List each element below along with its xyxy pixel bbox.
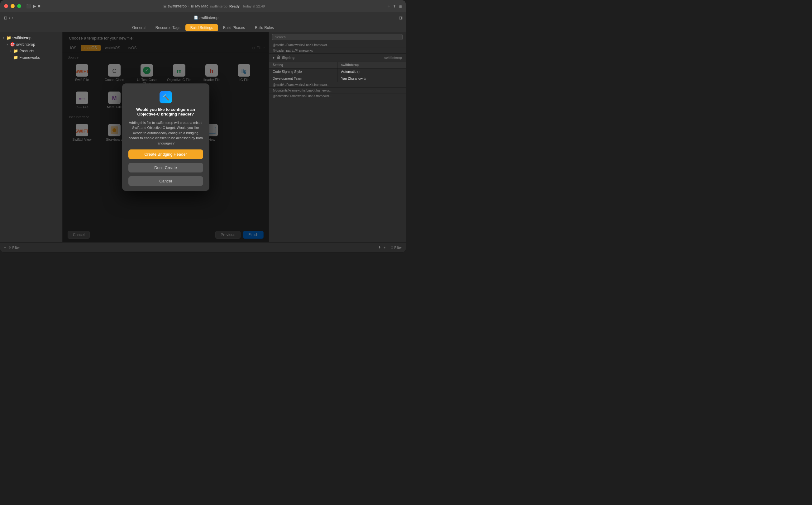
back-icon[interactable]: ‹ [9,16,10,20]
framework-path-5: @contents/Frameworks/LuaKit.framewor... [269,94,406,99]
framework-path-1: @rpath/../Frameworks/LuaKit.framewor... [269,42,406,48]
sidebar-item-swiftinterop-project[interactable]: ▾ 📁 swiftinterop [0,34,62,41]
framework-path-2: @loader_path/../Frameworks [269,48,406,53]
tab-resource-tags[interactable]: Resource Tags [150,24,185,31]
add-file-icon[interactable]: + [4,245,6,249]
close-button[interactable] [4,4,8,8]
right-panel: @rpath/../Frameworks/LuaKit.framewor... … [269,32,406,242]
dev-team-key: Development Team [269,75,337,82]
settings-content: @rpath/../Frameworks/LuaKit.framewor... … [269,42,406,242]
settings-headers: Setting swiftinterop [269,62,406,68]
forward-icon[interactable]: › [12,16,13,20]
add-setting-icon[interactable]: + [384,245,385,249]
target-label: swiftinterop [384,56,402,59]
signing-label: Signing [282,56,294,59]
tab-build-rules[interactable]: Build Rules [250,24,279,31]
chevron-signing-icon: ▾ [273,56,275,60]
sidebar: ▾ 📁 swiftinterop ▾ 🎯 swiftinterop › 📁 Pr… [0,32,62,242]
titlebar: ⬛ ▶ ■ 🏛 swiftinterop › 🖥 My Mac swiftint… [0,0,406,12]
sidebar-item-products[interactable]: › 📁 Products [0,48,62,54]
sidebar-label-products: Products [19,49,34,53]
minimize-button[interactable] [11,4,15,8]
framework-path-3: @rpath/../Frameworks/LuaKit.framewor... [269,82,406,88]
signing-icon: 🏛 [276,55,280,60]
dialog-cancel-button[interactable]: Cancel [128,176,203,186]
chevron-right-icon: › [10,49,11,53]
filter-status-icon: ⊙ [8,245,11,249]
dev-team-row: Development Team Yan Zhulanow ◇ [269,75,406,82]
chevron-down-icon-2: ▾ [7,43,8,46]
status-text: swiftinterop: Ready | Today at 22:49 [210,4,265,8]
col-header-setting: Setting [269,62,337,68]
maximize-button[interactable] [17,4,21,8]
sidebar-item-frameworks[interactable]: › 📁 Frameworks [0,54,62,61]
framework-path-4: @contents/Frameworks/LuaKit.framewor... [269,88,406,94]
xcode-icon: 🔨 [159,91,172,103]
dialog-title: Would you like to configure an Objective… [128,107,203,117]
svg-text:🔨: 🔨 [162,94,169,101]
code-signing-row: Code Signing Style Automatic ◇ [269,68,406,75]
main-window: ⬛ ▶ ■ 🏛 swiftinterop › 🖥 My Mac swiftint… [0,0,406,252]
sidebar-toggle-icon[interactable]: ⬛ [26,4,31,8]
left-panel-toggle[interactable]: ◧ [3,16,7,20]
dont-create-button[interactable]: Don't Create [128,163,203,172]
titlebar-center: 🏛 swiftinterop › 🖥 My Mac swiftinterop: … [43,4,385,8]
share-icon[interactable]: ⬆ [393,4,396,8]
folder-icon-products: 📁 [13,48,18,53]
play-icon[interactable]: ▶ [33,4,36,8]
stop-icon[interactable]: ■ [38,4,40,8]
tab-build-settings[interactable]: Build Settings [185,24,218,31]
code-signing-key: Code Signing Style [269,68,337,75]
chevron-right-icon-2: › [10,56,11,59]
dev-team-val[interactable]: Yan Zhulanow ◇ [337,75,406,82]
project-icon: 📁 [6,35,11,40]
filter-right-icon: ⊙ [391,245,393,249]
download-icon[interactable]: ⬇ [378,245,381,249]
col-header-target: swiftinterop [337,62,406,68]
toolbar2: ◧ ‹ › 📄 swiftinterop ◨ [0,12,406,23]
layout-icon[interactable]: ▦ [399,4,402,8]
overlay: 🔨 Would you like to configure an Objecti… [62,32,269,242]
sidebar-label-frameworks: Frameworks [19,55,40,60]
inspector-toggle[interactable]: ◨ [399,16,403,20]
signing-section: ▾ 🏛 Signing swiftinterop [269,53,406,62]
breadcrumb: 🏛 swiftinterop › 🖥 My Mac [163,4,209,8]
device-name: My Mac [195,4,208,8]
titlebar-right: + ⬆ ▦ [388,3,402,9]
dialog-body: Adding this file to swiftinterop will cr… [128,120,203,146]
traffic-lights [4,4,21,8]
tab-general[interactable]: General [127,24,150,31]
create-bridging-header-button[interactable]: Create Bridging Header [128,149,203,159]
build-tabs: General Resource Tags Build Settings Bui… [0,23,406,32]
add-icon[interactable]: + [388,3,390,9]
sidebar-label-target: swiftinterop [16,42,35,47]
main-area: ▾ 📁 swiftinterop ▾ 🎯 swiftinterop › 📁 Pr… [0,32,406,242]
filter-right-label: Filter [394,245,402,249]
editor-filename: swiftinterop [199,16,219,20]
statusbar: + ⊙ Filter ⬇ + ⊙ Filter [0,242,406,252]
folder-icon-frameworks: 📁 [13,55,18,60]
sidebar-label-project: swiftinterop [12,36,31,40]
tab-build-phases[interactable]: Build Phases [218,24,250,31]
filter-status-label: Filter [12,245,20,249]
search-area [269,32,406,42]
bridging-header-dialog: 🔨 Would you like to configure an Objecti… [122,83,210,191]
code-signing-val[interactable]: Automatic ◇ [337,68,406,75]
chevron-down-icon: ▾ [3,36,4,39]
project-name: swiftinterop [168,4,187,8]
sidebar-item-swiftinterop-target[interactable]: ▾ 🎯 swiftinterop [0,41,62,48]
target-icon: 🎯 [10,42,15,47]
settings-search-input[interactable] [272,34,403,40]
template-chooser: Choose a template for your new file: iOS… [62,32,269,242]
